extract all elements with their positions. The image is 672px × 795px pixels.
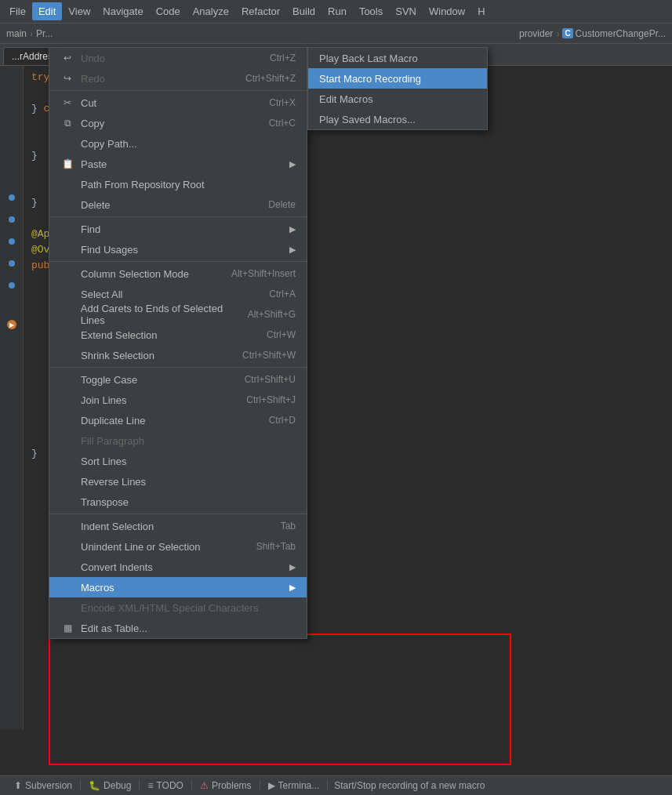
- menu-item-transpose[interactable]: Transpose: [49, 492, 307, 512]
- join-lines-label: Join Lines: [81, 394, 127, 406]
- menu-item-fill-paragraph[interactable]: Fill Paragraph: [49, 430, 307, 451]
- menu-item-shrink-selection[interactable]: Shrink Selection Ctrl+Shift+W: [49, 345, 307, 365]
- delete-shortcut: Delete: [268, 199, 296, 210]
- edit-as-table-label: Edit as Table...: [81, 623, 147, 634]
- menu-item-extend-selection[interactable]: Extend Selection Ctrl+W: [49, 325, 307, 345]
- menu-item-edit-macros[interactable]: Edit Macros: [308, 89, 487, 109]
- find-usages-arrow: ▶: [289, 245, 296, 255]
- menu-item-reverse-lines[interactable]: Reverse Lines: [49, 471, 307, 492]
- menu-edit[interactable]: Edit: [32, 2, 62, 20]
- menu-item-encode-xml[interactable]: Encode XML/HTML Special Characters: [49, 597, 307, 618]
- find-label: Find: [81, 223, 100, 235]
- menu-item-convert-indents[interactable]: Convert Indents ▶: [49, 557, 307, 577]
- menu-item-sort-lines[interactable]: Sort Lines: [49, 451, 307, 471]
- menu-item-toggle-case[interactable]: Toggle Case Ctrl+Shift+U: [49, 369, 307, 390]
- undo-label: Undo: [81, 53, 105, 64]
- menu-code[interactable]: Code: [150, 2, 187, 20]
- menu-item-column-selection[interactable]: Column Selection Mode Alt+Shift+Insert: [49, 263, 307, 284]
- menu-build[interactable]: Build: [286, 2, 321, 20]
- menu-item-add-carets[interactable]: Add Carets to Ends of Selected Lines Alt…: [49, 304, 307, 325]
- encode-xml-label: Encode XML/HTML Special Characters: [81, 602, 258, 614]
- copy-path-label: Copy Path...: [81, 138, 137, 150]
- menu-navigate[interactable]: Navigate: [96, 2, 149, 20]
- class-icon: C: [562, 28, 572, 38]
- breadcrumb-class: CustomerChangePr...: [576, 28, 666, 39]
- menu-item-edit-as-table[interactable]: ▦ Edit as Table...: [49, 618, 307, 638]
- menu-item-undo[interactable]: ↩ Undo Ctrl+Z: [49, 48, 307, 68]
- terminal-label: Termina...: [278, 780, 320, 791]
- reverse-lines-label: Reverse Lines: [81, 476, 146, 488]
- menu-help[interactable]: H: [471, 2, 491, 20]
- menu-window[interactable]: Window: [423, 2, 471, 20]
- menu-item-delete[interactable]: Delete Delete: [49, 194, 307, 215]
- select-all-shortcut: Ctrl+A: [269, 289, 296, 299]
- status-problems[interactable]: ⚠ Problems: [192, 780, 260, 791]
- separator-5: [49, 514, 307, 514]
- menu-item-cut[interactable]: ✂ Cut Ctrl+X: [49, 93, 307, 113]
- indent-selection-shortcut: Tab: [281, 521, 296, 532]
- edit-as-table-icon: ▦: [60, 623, 74, 633]
- status-subversion[interactable]: ⬆ Subversion: [6, 780, 81, 791]
- redo-label: Redo: [81, 73, 105, 85]
- column-selection-shortcut: Alt+Shift+Insert: [231, 268, 296, 279]
- convert-indents-arrow: ▶: [289, 562, 296, 572]
- cut-icon: ✂: [60, 97, 74, 108]
- macros-arrow: ▶: [289, 583, 296, 593]
- menu-analyze[interactable]: Analyze: [187, 2, 235, 20]
- extend-selection-shortcut: Ctrl+W: [267, 329, 296, 340]
- menu-file[interactable]: File: [3, 2, 32, 20]
- menu-svn[interactable]: SVN: [389, 2, 423, 20]
- separator-4: [49, 367, 307, 368]
- status-terminal[interactable]: ▶ Termina...: [260, 780, 329, 791]
- find-usages-label: Find Usages: [81, 244, 138, 256]
- menu-view[interactable]: View: [62, 2, 96, 20]
- shrink-selection-shortcut: Ctrl+Shift+W: [242, 350, 296, 361]
- duplicate-line-label: Duplicate Line: [81, 415, 145, 427]
- menu-item-path-from-root[interactable]: Path From Repository Root: [49, 174, 307, 194]
- undo-icon: ↩: [60, 53, 74, 64]
- menu-item-copy[interactable]: ⧉ Copy Ctrl+C: [49, 113, 307, 133]
- menu-item-duplicate-line[interactable]: Duplicate Line Ctrl+D: [49, 410, 307, 430]
- separator-3: [49, 261, 307, 262]
- menu-item-copy-path[interactable]: Copy Path...: [49, 133, 307, 154]
- main-content: main › Pr... provider › C CustomerChange…: [0, 24, 672, 795]
- copy-shortcut: Ctrl+C: [269, 118, 296, 129]
- menu-item-play-saved[interactable]: Play Saved Macros...: [308, 109, 487, 129]
- subversion-label: Subversion: [25, 780, 72, 791]
- paste-label: Paste: [81, 158, 107, 170]
- run-marker: ▶: [7, 320, 16, 329]
- menu-item-indent-selection[interactable]: Indent Selection Tab: [49, 516, 307, 536]
- status-debug[interactable]: 🐛 Debug: [81, 780, 140, 791]
- menu-item-unindent[interactable]: Unindent Line or Selection Shift+Tab: [49, 536, 307, 557]
- cut-shortcut: Ctrl+X: [269, 97, 296, 108]
- menubar: File Edit View Navigate Code Analyze Ref…: [0, 0, 672, 24]
- separator-2: [49, 216, 307, 217]
- terminal-icon: ▶: [268, 780, 275, 791]
- menu-run[interactable]: Run: [321, 2, 353, 20]
- menu-item-join-lines[interactable]: Join Lines Ctrl+Shift+J: [49, 390, 307, 410]
- status-items: ⬆ Subversion 🐛 Debug ≡ TODO ⚠ Problems ▶…: [6, 780, 328, 791]
- menu-refactor[interactable]: Refactor: [235, 2, 286, 20]
- menu-item-macros[interactable]: Macros ▶: [49, 577, 307, 597]
- gutter-marker-3: [9, 238, 15, 245]
- menu-item-select-all[interactable]: Select All Ctrl+A: [49, 284, 307, 304]
- menu-item-start-recording[interactable]: Start Macro Recording: [308, 68, 487, 89]
- menu-item-play-back[interactable]: Play Back Last Macro: [308, 48, 487, 68]
- extend-selection-label: Extend Selection: [81, 329, 158, 341]
- edit-menu: ↩ Undo Ctrl+Z ↪ Redo Ctrl+Shift+Z ✂ Cut …: [49, 47, 307, 639]
- status-bar: ⬆ Subversion 🐛 Debug ≡ TODO ⚠ Problems ▶…: [0, 775, 672, 795]
- menu-item-find[interactable]: Find ▶: [49, 219, 307, 239]
- menu-tools[interactable]: Tools: [353, 2, 389, 20]
- menu-item-find-usages[interactable]: Find Usages ▶: [49, 239, 307, 260]
- fill-paragraph-label: Fill Paragraph: [81, 435, 144, 447]
- toggle-case-shortcut: Ctrl+Shift+U: [245, 374, 296, 385]
- menu-item-paste[interactable]: 📋 Paste ▶: [49, 154, 307, 174]
- delete-label: Delete: [81, 199, 111, 211]
- indent-selection-label: Indent Selection: [81, 521, 154, 532]
- convert-indents-label: Convert Indents: [81, 561, 153, 573]
- status-todo[interactable]: ≡ TODO: [140, 780, 191, 791]
- gutter: ▶: [0, 66, 24, 730]
- play-back-label: Play Back Last Macro: [319, 53, 418, 64]
- menu-item-redo[interactable]: ↪ Redo Ctrl+Shift+Z: [49, 68, 307, 89]
- debug-label: Debug: [104, 780, 131, 791]
